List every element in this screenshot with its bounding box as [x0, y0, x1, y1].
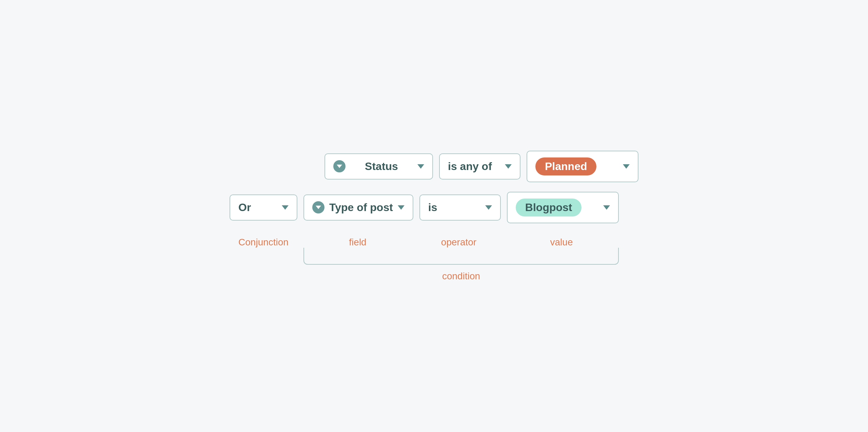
- field-label-1: Status: [365, 160, 398, 173]
- bracket-container: condition: [303, 248, 619, 282]
- label-conjunction-cell: Conjunction: [230, 237, 297, 248]
- label-value-cell: value: [506, 237, 617, 248]
- field-icon-arrow-1: [337, 165, 342, 168]
- value-dropdown-2[interactable]: Blogpost: [507, 192, 619, 223]
- conjunction-label-text: Conjunction: [238, 237, 289, 248]
- field-label-text: field: [349, 237, 366, 248]
- field-icon-arrow-2: [316, 206, 321, 209]
- field-label-2: Type of post: [329, 201, 393, 214]
- operator-chevron-1: [505, 164, 512, 169]
- field-icon-1: [333, 160, 346, 172]
- field-icon-2: [312, 201, 324, 213]
- operator-chevron-2: [485, 205, 492, 210]
- field-dropdown-2[interactable]: Type of post: [303, 194, 413, 221]
- filter-diagram: Status is any of Planned Or Type of post: [230, 151, 638, 282]
- conjunction-label: Or: [238, 201, 251, 214]
- row-1: Status is any of Planned: [324, 151, 638, 182]
- label-field-cell: field: [303, 237, 412, 248]
- operator-label-2: is: [428, 201, 437, 214]
- value-dropdown-1[interactable]: Planned: [527, 151, 638, 182]
- condition-labels-group: field operator value condition: [303, 237, 619, 282]
- field-chevron-2: [398, 205, 405, 210]
- value-chevron-2: [603, 205, 610, 210]
- value-badge-2: Blogpost: [516, 199, 582, 217]
- operator-dropdown-2[interactable]: is: [419, 194, 501, 221]
- row-2: Or Type of post is Blogpost: [230, 192, 619, 223]
- operator-dropdown-1[interactable]: is any of: [439, 153, 520, 180]
- label-operator-cell: operator: [418, 237, 499, 248]
- value-badge-1: Planned: [535, 157, 596, 175]
- bracket-shape: [303, 248, 619, 265]
- field-chevron-1: [417, 164, 424, 169]
- labels-wrapper: Conjunction field operator value conditi…: [230, 237, 619, 282]
- conjunction-dropdown[interactable]: Or: [230, 194, 297, 221]
- field-dropdown-1[interactable]: Status: [324, 153, 433, 180]
- column-labels-row: field operator value: [303, 237, 617, 248]
- operator-label-1: is any of: [448, 160, 492, 173]
- value-label-text: value: [550, 237, 573, 248]
- conjunction-chevron: [282, 205, 289, 210]
- condition-label-text: condition: [442, 271, 480, 282]
- value-chevron-1: [623, 164, 630, 169]
- operator-label-text: operator: [441, 237, 476, 248]
